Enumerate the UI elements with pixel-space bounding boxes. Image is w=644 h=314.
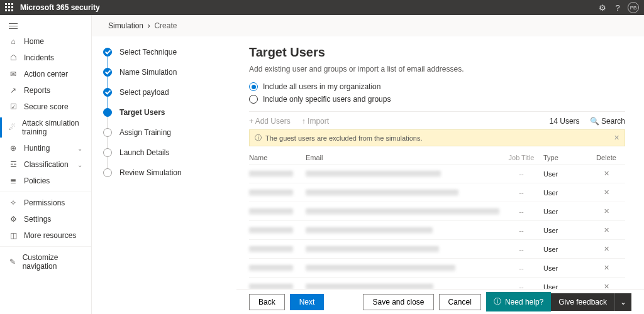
delete-row-button[interactable]: ✕ <box>587 264 625 272</box>
sidebar-item-label: Policies <box>24 176 50 185</box>
avatar[interactable]: PB <box>628 2 639 13</box>
delete-row-button[interactable]: ✕ <box>587 245 625 253</box>
step-dot-icon <box>103 148 112 157</box>
app-launcher-icon[interactable] <box>5 3 14 12</box>
cell-type: User <box>543 227 587 234</box>
save-and-close-button[interactable]: Save and close <box>363 294 433 310</box>
table-row: --User✕ <box>249 183 625 202</box>
search-button[interactable]: 🔍 Search <box>590 117 625 126</box>
step-dot-icon <box>103 88 112 97</box>
table-row: --User✕ <box>249 258 625 277</box>
sidebar-item-settings[interactable]: ⚙Settings <box>0 211 91 227</box>
close-icon[interactable]: ✕ <box>614 134 619 142</box>
col-job: Job Title <box>499 154 543 161</box>
radio-label: Include all users in my organization <box>263 82 380 91</box>
delete-row-button[interactable]: ✕ <box>587 226 625 234</box>
cell-job: -- <box>499 208 543 215</box>
give-feedback-button[interactable]: Give feedback <box>551 293 614 311</box>
sidebar-item-hunting[interactable]: ⊕Hunting⌄ <box>0 140 91 156</box>
chevron-down-icon: ⌄ <box>77 145 82 152</box>
breadcrumb-root[interactable]: Simulation <box>108 21 143 30</box>
sidebar-item-label: Reports <box>24 86 50 95</box>
cell-name <box>249 208 306 215</box>
step-label: Target Users <box>119 108 165 117</box>
settings-gear-icon[interactable]: ⚙ <box>595 3 610 13</box>
import-button: ↑ Import <box>302 117 329 126</box>
delete-row-button[interactable]: ✕ <box>587 188 625 197</box>
step-dot-icon <box>103 128 112 137</box>
cell-email <box>306 265 499 271</box>
sidebar-item-label: Incidents <box>24 53 54 62</box>
feedback-chevron-icon[interactable]: ⌄ <box>614 293 631 311</box>
page-title: Target Users <box>249 45 625 60</box>
col-email: Email <box>306 154 499 161</box>
next-button[interactable]: Next <box>290 294 325 310</box>
sidebar-item-action-center[interactable]: ✉Action center <box>0 66 91 82</box>
edit-icon: ✎ <box>9 257 16 266</box>
attack-icon: ☄ <box>9 123 16 132</box>
cell-type: User <box>543 264 587 272</box>
sidebar-item-label: Attack simulation training <box>22 119 82 136</box>
sidebar-item-secure-score[interactable]: ☑Secure score <box>0 99 91 115</box>
policies-icon: ≣ <box>9 176 18 185</box>
sidebar-item-label: Hunting <box>24 144 50 153</box>
breadcrumb-current: Create <box>154 21 177 30</box>
report-icon: ↗ <box>9 86 18 95</box>
page-subtitle: Add existing user and groups or import a… <box>249 65 625 73</box>
table-row: --User✕ <box>249 164 625 183</box>
step-label: Launch Details <box>119 148 169 157</box>
sidebar-item-incidents[interactable]: ☖Incidents <box>0 50 91 66</box>
hamburger-icon[interactable] <box>0 19 91 33</box>
step-select-technique[interactable]: Select Technique <box>103 48 230 57</box>
sidebar-item-label: Customize navigation <box>23 253 82 271</box>
step-launch-details[interactable]: Launch Details <box>103 148 230 157</box>
sidebar-item-label: Home <box>24 37 44 46</box>
sidebar-item-customize-navigation[interactable]: ✎Customize navigation <box>0 246 91 274</box>
need-help-button[interactable]: ⓘNeed help? <box>486 292 551 311</box>
cell-name <box>249 190 306 196</box>
classification-icon: ☲ <box>9 160 18 169</box>
info-text: The guest users are excluded from the si… <box>265 134 422 142</box>
radio-include-all[interactable]: Include all users in my organization <box>249 82 625 91</box>
sidebar-item-reports[interactable]: ↗Reports <box>0 82 91 99</box>
cell-name <box>249 265 306 271</box>
step-label: Select Technique <box>119 48 177 57</box>
table-row: --User✕ <box>249 220 625 239</box>
step-select-payload[interactable]: Select payload <box>103 88 230 97</box>
step-assign-training[interactable]: Assign Training <box>103 128 230 137</box>
cell-job: -- <box>499 170 543 178</box>
step-review-simulation[interactable]: Review Simulation <box>103 168 230 177</box>
back-button[interactable]: Back <box>249 294 285 310</box>
step-label: Select payload <box>119 88 169 97</box>
step-target-users[interactable]: Target Users <box>103 108 230 117</box>
sidebar-item-label: Secure score <box>24 102 69 111</box>
product-title: Microsoft 365 security <box>20 3 100 12</box>
sidebar-item-more-resources[interactable]: ◫More resources <box>0 227 91 244</box>
cancel-button[interactable]: Cancel <box>439 294 481 310</box>
sidebar-item-permissions[interactable]: ✧Permissions <box>0 192 91 211</box>
chevron-down-icon: ⌄ <box>77 161 82 168</box>
sidebar-item-home[interactable]: ⌂Home <box>0 33 91 50</box>
sidebar-item-policies[interactable]: ≣Policies <box>0 173 91 189</box>
cell-job: -- <box>499 246 543 253</box>
sidebar-item-label: Classification <box>24 160 69 169</box>
delete-row-button[interactable]: ✕ <box>587 170 625 178</box>
step-name-simulation[interactable]: Name Simulation <box>103 68 230 77</box>
cell-email <box>306 171 499 177</box>
sidebar-item-attack-simulation[interactable]: ☄Attack simulation training <box>0 115 91 140</box>
delete-row-button[interactable]: ✕ <box>587 207 625 215</box>
sidebar-item-classification[interactable]: ☲Classification⌄ <box>0 156 91 173</box>
hunting-icon: ⊕ <box>9 144 18 153</box>
divider <box>249 111 625 112</box>
cell-email <box>306 190 499 196</box>
permissions-icon: ✧ <box>9 198 18 207</box>
help-icon[interactable]: ? <box>610 3 625 13</box>
cell-email <box>306 208 499 215</box>
breadcrumb: Simulation › Create <box>92 15 644 36</box>
radio-include-specific[interactable]: Include only specific users and groups <box>249 95 625 104</box>
shield-icon: ☖ <box>9 53 18 62</box>
step-label: Review Simulation <box>119 168 182 177</box>
cell-job: -- <box>499 264 543 272</box>
home-icon: ⌂ <box>9 37 18 46</box>
radio-icon <box>249 82 258 91</box>
